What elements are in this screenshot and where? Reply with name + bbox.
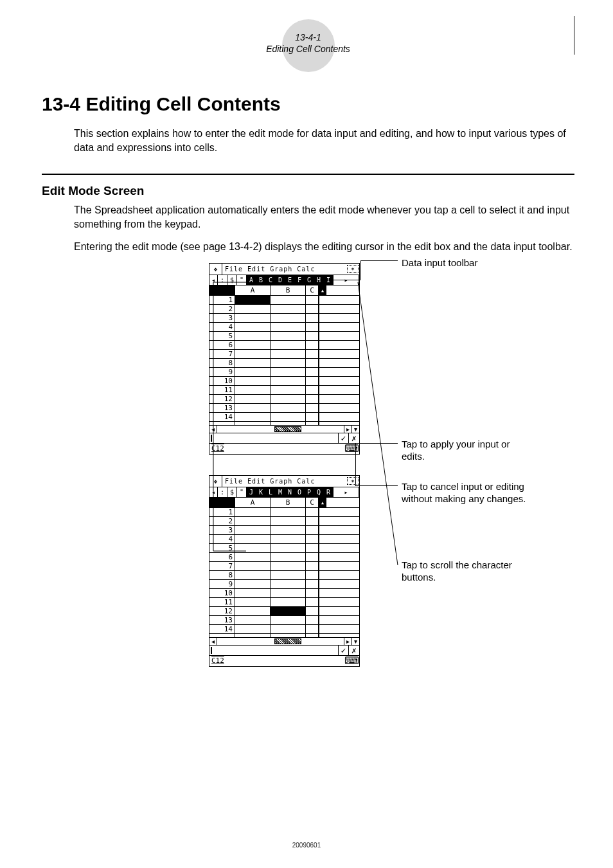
scroll-left-icon[interactable]: ◂ <box>209 638 217 645</box>
row-header[interactable]: 11 <box>209 386 235 394</box>
cell[interactable] <box>271 350 306 358</box>
column-header[interactable]: A <box>235 498 271 507</box>
cell[interactable] <box>306 395 319 403</box>
cell[interactable] <box>271 616 306 624</box>
row-header[interactable]: 13 <box>209 404 235 412</box>
cell[interactable] <box>235 625 271 633</box>
column-header[interactable]: C <box>306 498 319 507</box>
toolbar-char[interactable]: L <box>266 487 276 497</box>
row-header[interactable]: 4 <box>209 323 235 331</box>
scrollbar-vertical[interactable] <box>319 404 326 412</box>
apply-button[interactable]: ✓ <box>339 433 349 443</box>
toolbar-char[interactable]: $ <box>227 275 237 285</box>
cell[interactable] <box>306 350 319 358</box>
scroll-left-icon[interactable]: ◂ <box>209 426 217 433</box>
cell[interactable] <box>306 589 319 597</box>
scroll-right-icon[interactable]: ▸ <box>344 638 351 645</box>
toolbar-char[interactable]: M <box>276 487 285 497</box>
edit-box[interactable] <box>209 433 339 443</box>
row-header[interactable]: 8 <box>209 571 235 579</box>
cell[interactable] <box>271 341 306 349</box>
column-header[interactable]: B <box>271 498 306 507</box>
cell[interactable] <box>306 598 319 606</box>
toolbar-char[interactable]: : <box>218 275 227 285</box>
cell[interactable] <box>235 386 271 394</box>
cell[interactable] <box>306 517 319 525</box>
cell[interactable] <box>306 296 319 304</box>
toolbar-char[interactable]: P <box>305 487 314 497</box>
cell[interactable] <box>271 535 306 543</box>
toolbar-char[interactable]: K <box>256 487 266 497</box>
cell[interactable] <box>235 526 271 534</box>
cell[interactable] <box>271 413 306 421</box>
select-all[interactable] <box>209 285 235 295</box>
cell[interactable] <box>235 332 271 340</box>
app-icon[interactable]: ❖ <box>209 476 222 487</box>
scrollbar-horizontal[interactable] <box>217 426 344 433</box>
scrollbar-horizontal[interactable] <box>217 638 344 645</box>
scrollbar-vertical[interactable] <box>319 332 326 340</box>
scrollbar-vertical[interactable] <box>319 598 326 606</box>
cell[interactable] <box>271 359 306 367</box>
cell[interactable] <box>235 616 271 624</box>
cell[interactable] <box>306 359 319 367</box>
cell[interactable] <box>271 305 306 313</box>
select-all[interactable] <box>209 498 235 507</box>
cell[interactable] <box>271 395 306 403</box>
row-header[interactable]: 12 <box>209 607 235 615</box>
scroll-down-icon[interactable]: ▾ <box>351 426 359 433</box>
row-header[interactable]: 10 <box>209 377 235 385</box>
row-header[interactable]: 6 <box>209 341 235 349</box>
cell[interactable] <box>306 377 319 385</box>
cell[interactable] <box>306 526 319 534</box>
cell[interactable] <box>235 305 271 313</box>
toolbar-char[interactable]: : <box>218 487 227 497</box>
cell[interactable] <box>235 359 271 367</box>
cell[interactable] <box>235 562 271 570</box>
scrollbar-vertical[interactable] <box>319 413 326 421</box>
toolbar-char[interactable]: " <box>237 487 247 497</box>
cell[interactable] <box>271 571 306 579</box>
app-icon[interactable]: ❖ <box>209 264 222 275</box>
scroll-right-icon[interactable]: ▸ <box>344 426 351 433</box>
scrollbar-vertical[interactable] <box>319 571 326 579</box>
toolbar-char[interactable]: $ <box>227 487 237 497</box>
close-icon[interactable]: ✶ <box>347 265 359 273</box>
cell[interactable] <box>235 404 271 412</box>
menu-bar[interactable]: File Edit Graph Calc <box>222 478 346 485</box>
cell[interactable] <box>306 386 319 394</box>
toolbar-scroll-left[interactable]: ◂ <box>209 487 218 497</box>
cell[interactable] <box>235 589 271 597</box>
edit-box[interactable] <box>209 646 339 655</box>
cell[interactable] <box>271 625 306 633</box>
row-header[interactable]: 8 <box>209 359 235 367</box>
close-icon[interactable]: ✶ <box>347 477 359 485</box>
cell[interactable] <box>235 607 271 615</box>
cell[interactable] <box>306 625 319 633</box>
cell[interactable] <box>271 368 306 376</box>
cell[interactable] <box>271 377 306 385</box>
cell[interactable] <box>235 553 271 561</box>
cell[interactable] <box>235 413 271 421</box>
row-header[interactable]: 6 <box>209 553 235 561</box>
cell[interactable] <box>306 553 319 561</box>
cancel-button[interactable]: ✗ <box>349 433 359 443</box>
scrollbar-vertical[interactable] <box>319 386 326 394</box>
cell[interactable] <box>306 314 319 322</box>
cell[interactable] <box>235 296 271 304</box>
menu-bar[interactable]: File Edit Graph Calc <box>222 266 346 273</box>
cell[interactable] <box>235 350 271 358</box>
cell[interactable] <box>306 571 319 579</box>
scrollbar-vertical[interactable] <box>319 296 326 304</box>
cell[interactable] <box>271 404 306 412</box>
cell[interactable] <box>306 323 319 331</box>
cell[interactable] <box>306 305 319 313</box>
scrollbar-vertical[interactable] <box>319 625 326 633</box>
cell[interactable] <box>235 598 271 606</box>
cell[interactable] <box>271 598 306 606</box>
row-header[interactable]: 3 <box>209 314 235 322</box>
row-header[interactable]: 13 <box>209 616 235 624</box>
cell[interactable] <box>306 368 319 376</box>
row-header[interactable]: 7 <box>209 350 235 358</box>
keyboard-icon[interactable]: ⌨ <box>344 656 359 666</box>
